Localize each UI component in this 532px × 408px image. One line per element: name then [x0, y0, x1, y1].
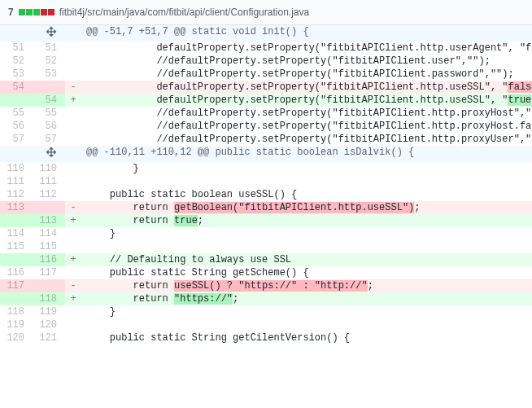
- diff-line: 112112 public static boolean useSSL() {: [0, 188, 532, 201]
- diff-line: 114114 }: [0, 227, 532, 240]
- old-line-number[interactable]: 117: [0, 279, 33, 292]
- diff-marker: -: [65, 81, 81, 94]
- new-line-number[interactable]: [33, 81, 65, 94]
- diff-change-count: 7: [8, 7, 14, 18]
- old-line-number[interactable]: [0, 253, 33, 266]
- old-line-number[interactable]: [0, 214, 33, 227]
- inline-diff-highlight: true: [508, 94, 531, 106]
- diff-marker: [65, 55, 81, 68]
- diff-marker: [65, 120, 81, 133]
- old-line-number[interactable]: 118: [0, 305, 33, 318]
- new-line-number[interactable]: 55: [33, 107, 65, 120]
- file-header: 7 fitbit4j/src/main/java/com/fitbit/api/…: [0, 0, 532, 25]
- old-line-number[interactable]: 51: [0, 42, 33, 55]
- diff-marker: +: [65, 94, 81, 107]
- code-content: //defaultProperty.setProperty("fitbitAPI…: [81, 133, 532, 146]
- diff-line: 111111: [0, 175, 532, 188]
- diff-line: 110110 }: [0, 162, 532, 175]
- old-line-number[interactable]: 116: [0, 266, 33, 279]
- new-line-number[interactable]: 116: [33, 253, 65, 266]
- old-line-number[interactable]: 113: [0, 201, 33, 214]
- code-content: [81, 175, 532, 188]
- new-line-number[interactable]: [33, 279, 65, 292]
- diff-marker: [65, 188, 81, 201]
- new-line-number[interactable]: 110: [33, 162, 65, 175]
- expand-hunk-button[interactable]: [0, 25, 65, 42]
- code-content: return getBoolean("fitbitAPIClient.http.…: [81, 201, 532, 214]
- old-line-number[interactable]: 112: [0, 188, 33, 201]
- old-line-number[interactable]: 120: [0, 331, 33, 344]
- diff-block-add: [26, 9, 33, 15]
- code-content: return "https://";: [81, 292, 532, 305]
- diff-marker: [65, 331, 81, 344]
- diff-marker: +: [65, 292, 81, 305]
- diff-marker: [65, 107, 81, 120]
- old-line-number[interactable]: 110: [0, 162, 33, 175]
- diff-line: 113+ return true;: [0, 214, 532, 227]
- code-content: defaultProperty.setProperty("fitbitAPICl…: [81, 94, 532, 107]
- old-line-number[interactable]: 111: [0, 175, 33, 188]
- diff-line: 54+ defaultProperty.setProperty("fitbitA…: [0, 94, 532, 107]
- new-line-number[interactable]: 53: [33, 68, 65, 81]
- new-line-number[interactable]: 113: [33, 214, 65, 227]
- new-line-number[interactable]: 56: [33, 120, 65, 133]
- diff-line: 5555 //defaultProperty.setProperty("fitb…: [0, 107, 532, 120]
- code-content: defaultProperty.setProperty("fitbitAPICl…: [81, 81, 532, 94]
- new-line-number[interactable]: 54: [33, 94, 65, 107]
- old-line-number[interactable]: 56: [0, 120, 33, 133]
- new-line-number[interactable]: 115: [33, 240, 65, 253]
- new-line-number[interactable]: [33, 201, 65, 214]
- old-line-number[interactable]: 115: [0, 240, 33, 253]
- code-content: public static boolean useSSL() {: [81, 188, 532, 201]
- old-line-number[interactable]: 57: [0, 133, 33, 146]
- code-content: // Defaulting to always use SSL: [81, 253, 532, 266]
- diff-block-add: [19, 9, 25, 15]
- new-line-number[interactable]: 111: [33, 175, 65, 188]
- code-content: public static String getScheme() {: [81, 266, 532, 279]
- old-line-number[interactable]: 114: [0, 227, 33, 240]
- file-path[interactable]: fitbit4j/src/main/java/com/fitbit/api/cl…: [59, 7, 309, 18]
- diff-marker: [65, 305, 81, 318]
- old-line-number[interactable]: 52: [0, 55, 33, 68]
- new-line-number[interactable]: 112: [33, 188, 65, 201]
- inline-diff-highlight: true: [174, 215, 198, 226]
- old-line-number[interactable]: 54: [0, 81, 33, 94]
- diff-marker: [65, 162, 81, 175]
- new-line-number[interactable]: 52: [33, 55, 65, 68]
- inline-diff-highlight: getBoolean("fitbitAPIClient.http.useSSL"…: [174, 202, 414, 213]
- new-line-number[interactable]: 117: [33, 266, 65, 279]
- code-content: return true;: [81, 214, 532, 227]
- hunk-header: @@ -110,11 +110,12 @@ public static bool…: [81, 146, 532, 162]
- diff-line: 118+ return "https://";: [0, 292, 532, 305]
- diff-block-del: [41, 9, 47, 15]
- hunk-header: @@ -51,7 +51,7 @@ static void init() {: [81, 25, 532, 42]
- new-line-number[interactable]: 120: [33, 318, 65, 331]
- diff-line: 5757 //defaultProperty.setProperty("fitb…: [0, 133, 532, 146]
- diff-marker: [65, 175, 81, 188]
- old-line-number[interactable]: 55: [0, 107, 33, 120]
- diff-marker: [65, 68, 81, 81]
- new-line-number[interactable]: 51: [33, 42, 65, 55]
- expand-hunk-button[interactable]: [0, 146, 65, 162]
- diff-marker: +: [65, 253, 81, 266]
- code-content: }: [81, 162, 532, 175]
- new-line-number[interactable]: 119: [33, 305, 65, 318]
- diff-marker: -: [65, 279, 81, 292]
- diff-marker: [65, 42, 81, 55]
- diff-line: 116+ // Defaulting to always use SSL: [0, 253, 532, 266]
- code-content: //defaultProperty.setProperty("fitbitAPI…: [81, 55, 532, 68]
- new-line-number[interactable]: 57: [33, 133, 65, 146]
- code-content: defaultProperty.setProperty("fitbitAPICl…: [81, 42, 532, 55]
- code-content: return useSSL() ? "https://" : "http://"…: [81, 279, 532, 292]
- old-line-number[interactable]: [0, 292, 33, 305]
- new-line-number[interactable]: 121: [33, 331, 65, 344]
- old-line-number[interactable]: [0, 94, 33, 107]
- diff-block-del: [48, 9, 55, 15]
- code-content: [81, 240, 532, 253]
- old-line-number[interactable]: 119: [0, 318, 33, 331]
- old-line-number[interactable]: 53: [0, 68, 33, 81]
- new-line-number[interactable]: 114: [33, 227, 65, 240]
- inline-diff-highlight: useSSL() ? "https://" : "http://": [174, 280, 368, 292]
- diff-table: @@ -51,7 +51,7 @@ static void init() {51…: [0, 25, 532, 344]
- new-line-number[interactable]: 118: [33, 292, 65, 305]
